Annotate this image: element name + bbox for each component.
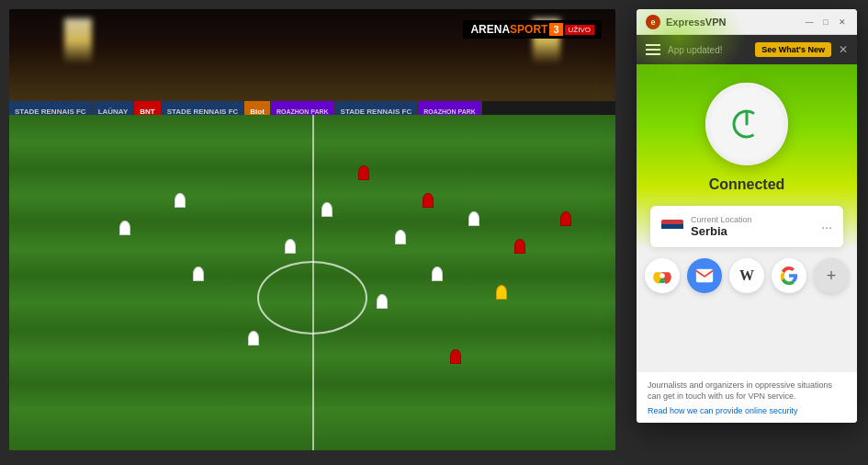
player <box>248 331 259 346</box>
hamburger-line-2 <box>646 49 660 51</box>
referee <box>496 285 507 300</box>
desktop: STADE RENNAIS FC LAÜNAY BNT STADE RENNAI… <box>0 0 868 465</box>
power-button-container <box>705 83 788 165</box>
arena-sport-logo: ARENASPORT 3 UŽIVO <box>463 20 602 39</box>
stadium-light-left <box>64 18 92 64</box>
field-lines <box>9 115 615 450</box>
add-quick-link-button[interactable]: + <box>814 258 849 293</box>
flag-stripe-white <box>661 229 683 234</box>
vpn-logo-area: e ExpressVPN <box>646 15 804 29</box>
wikipedia-quick-link[interactable]: W <box>729 258 764 293</box>
chrome-quick-link[interactable] <box>645 258 680 293</box>
player <box>468 211 479 226</box>
player <box>432 267 443 281</box>
player <box>119 221 130 235</box>
location-selector[interactable]: Current Location Serbia ··· <box>650 206 843 247</box>
location-options-icon[interactable]: ··· <box>821 220 832 234</box>
serbia-flag <box>661 220 683 234</box>
window-controls: — □ ✕ <box>804 17 848 28</box>
player <box>321 202 333 217</box>
connection-status: Connected <box>709 176 785 193</box>
hamburger-line-3 <box>646 53 660 55</box>
live-badge: UŽIVO <box>565 25 594 35</box>
notification-text: App updated! <box>668 45 748 55</box>
minimize-button[interactable]: — <box>804 17 815 28</box>
player <box>423 193 434 208</box>
vpn-main-area: Connected Current Location Serbia ··· <box>637 64 857 372</box>
expressvpn-logo-icon: e <box>646 15 660 29</box>
power-button[interactable] <box>705 83 788 165</box>
player <box>285 239 296 254</box>
player <box>395 230 406 244</box>
quick-links-bar: W + <box>645 258 849 293</box>
hamburger-menu[interactable] <box>646 44 660 55</box>
power-icon <box>728 106 765 142</box>
vpn-title-text: ExpressVPN <box>666 17 726 28</box>
notification-bar: App updated! See What's New ✕ <box>637 35 857 64</box>
player <box>450 349 461 364</box>
channel-number: 3 <box>549 23 562 36</box>
country-flag <box>661 220 683 234</box>
close-notification-button[interactable]: ✕ <box>839 43 848 56</box>
player <box>193 267 204 281</box>
location-name: Serbia <box>691 224 814 238</box>
vpn-title-bar: e ExpressVPN — □ ✕ <box>637 9 857 35</box>
maximize-button[interactable]: □ <box>820 17 831 28</box>
gmail-quick-link[interactable] <box>687 258 722 293</box>
player <box>560 211 571 226</box>
player <box>175 193 186 208</box>
svg-point-3 <box>659 273 665 278</box>
location-info: Current Location Serbia <box>691 215 814 238</box>
google-quick-link[interactable] <box>772 258 806 293</box>
vpn-footer: Journalists and organizers in oppressive… <box>637 372 857 423</box>
video-player: STADE RENNAIS FC LAÜNAY BNT STADE RENNAI… <box>9 9 615 450</box>
location-label: Current Location <box>691 215 814 224</box>
footer-message: Journalists and organizers in oppressive… <box>648 380 846 403</box>
expressvpn-window: e ExpressVPN — □ ✕ App updated! See What… <box>637 9 857 423</box>
player <box>514 239 525 254</box>
player <box>358 165 369 180</box>
see-whats-new-button[interactable]: See What's New <box>755 42 831 57</box>
field-background: STADE RENNAIS FC LAÜNAY BNT STADE RENNAI… <box>9 9 615 450</box>
center-circle <box>257 261 367 335</box>
hamburger-line-1 <box>646 44 660 46</box>
player <box>377 294 388 309</box>
footer-security-link[interactable]: Read how we can provide online security <box>648 406 846 415</box>
close-button[interactable]: ✕ <box>837 17 848 28</box>
